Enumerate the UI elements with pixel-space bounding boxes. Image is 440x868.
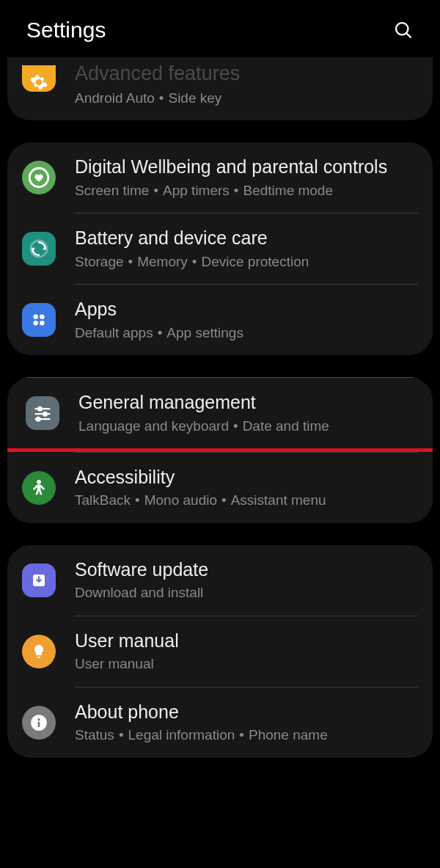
settings-group: Advanced featuresAndroid Auto•Side key (7, 57, 433, 120)
heart-ring-icon (22, 161, 56, 194)
svg-point-16 (37, 480, 41, 484)
separator-dot: • (239, 727, 244, 743)
settings-group: General managementLanguage and keyboard•… (7, 377, 433, 523)
row-subtitle-part: Date and time (243, 418, 329, 434)
sliders-icon (26, 396, 59, 430)
settings-row-battery-care[interactable]: Battery and device careStorage•Memory•De… (7, 214, 433, 284)
row-text: General managementLanguage and keyboard•… (78, 391, 414, 435)
row-title: Digital Wellbeing and parental controls (75, 156, 418, 178)
search-icon (393, 20, 414, 40)
row-subtitle: Android Auto•Side key (75, 90, 418, 108)
svg-point-13 (43, 412, 47, 416)
row-text: User manualUser manual (75, 630, 418, 674)
row-subtitle: Default apps•App settings (75, 324, 418, 343)
row-text: About phoneStatus•Legal information•Phon… (75, 701, 418, 745)
row-subtitle: TalkBack•Mono audio•Assistant menu (75, 492, 418, 510)
four-dots-icon (22, 303, 56, 337)
settings-row-accessibility[interactable]: AccessibilityTalkBack•Mono audio•Assista… (7, 453, 433, 523)
row-subtitle-part: TalkBack (75, 492, 131, 508)
row-subtitle-part: Phone name (249, 727, 328, 743)
settings-row-digital-wellbeing[interactable]: Digital Wellbeing and parental controlsS… (7, 142, 433, 213)
row-subtitle-part: Legal information (128, 727, 235, 743)
row-subtitle-part: Device protection (201, 254, 309, 269)
search-button[interactable] (393, 20, 414, 40)
settings-group: Software updateDownload and installUser … (7, 545, 433, 758)
row-title: Apps (75, 298, 418, 321)
separator-dot: • (128, 254, 133, 269)
svg-point-19 (37, 718, 40, 721)
row-subtitle-part: Bedtime mode (243, 183, 334, 198)
row-subtitle-part: Default apps (75, 325, 153, 340)
row-text: Advanced featuresAndroid Auto•Side key (75, 62, 418, 107)
separator-dot: • (135, 492, 140, 508)
row-subtitle: Download and install (75, 584, 418, 602)
row-title: Battery and device care (75, 227, 418, 249)
settings-row-about-phone[interactable]: About phoneStatus•Legal information•Phon… (7, 688, 433, 758)
gear-badge-icon (22, 65, 56, 92)
separator-dot: • (233, 418, 238, 434)
row-title: Advanced features (75, 62, 418, 87)
row-text: AccessibilityTalkBack•Mono audio•Assista… (75, 466, 418, 510)
row-subtitle-part: Status (75, 727, 114, 743)
settings-group: Digital Wellbeing and parental controlsS… (7, 142, 433, 355)
row-text: Battery and device careStorage•Memory•De… (75, 227, 418, 271)
person-icon (22, 471, 56, 505)
row-text: AppsDefault apps•App settings (75, 298, 418, 342)
info-icon (22, 706, 56, 740)
row-subtitle-part: Side key (168, 90, 221, 106)
svg-point-8 (33, 321, 38, 326)
row-title: Accessibility (75, 466, 418, 489)
svg-point-11 (38, 407, 42, 411)
svg-point-15 (37, 417, 40, 421)
settings-row-software-update[interactable]: Software updateDownload and install (7, 545, 433, 616)
row-subtitle-part: Storage (75, 254, 124, 269)
refresh-ring-icon (22, 232, 56, 266)
row-title: Software update (75, 558, 418, 581)
header: Settings (0, 0, 440, 57)
svg-line-1 (406, 33, 411, 37)
row-subtitle: User manual (75, 655, 418, 674)
row-subtitle: Screen time•App timers•Bedtime mode (75, 182, 418, 200)
svg-rect-20 (38, 721, 40, 727)
svg-point-0 (396, 23, 408, 34)
row-subtitle-part: Assistant menu (231, 492, 326, 508)
row-subtitle-part: Screen time (75, 183, 149, 198)
row-subtitle-part: App settings (166, 325, 243, 340)
separator-dot: • (221, 492, 227, 508)
separator-dot: • (159, 90, 164, 106)
separator-dot: • (234, 183, 239, 198)
row-subtitle-part: App timers (163, 183, 230, 198)
separator-dot: • (192, 254, 197, 269)
row-subtitle-part: Mono audio (144, 492, 217, 508)
separator-dot: • (119, 727, 124, 743)
svg-point-9 (40, 321, 45, 326)
settings-row-user-manual[interactable]: User manualUser manual (7, 616, 433, 687)
row-text: Digital Wellbeing and parental controlsS… (75, 156, 418, 200)
row-subtitle: Language and keyboard•Date and time (78, 417, 414, 436)
row-title: User manual (75, 630, 418, 652)
page-title: Settings (26, 18, 106, 43)
row-subtitle-part: Memory (137, 254, 188, 269)
svg-point-7 (40, 315, 45, 320)
separator-dot: • (158, 325, 163, 340)
row-subtitle: Status•Legal information•Phone name (75, 726, 418, 745)
row-subtitle-part: Language and keyboard (78, 418, 229, 434)
row-subtitle-part: Download and install (75, 585, 203, 600)
settings-row-apps[interactable]: AppsDefault apps•App settings (7, 285, 433, 355)
separator-dot: • (153, 183, 158, 198)
row-title: General management (78, 391, 414, 414)
row-subtitle: Storage•Memory•Device protection (75, 253, 418, 271)
row-subtitle-part: User manual (75, 656, 154, 671)
bulb-icon (22, 635, 56, 668)
row-title: About phone (75, 701, 418, 723)
settings-row-general-management[interactable]: General managementLanguage and keyboard•… (7, 377, 433, 452)
svg-point-6 (33, 315, 38, 320)
settings-row-advanced-features[interactable]: Advanced featuresAndroid Auto•Side key (7, 57, 433, 120)
row-text: Software updateDownload and install (75, 558, 418, 602)
row-subtitle-part: Android Auto (75, 90, 155, 106)
download-badge-icon (22, 564, 56, 597)
